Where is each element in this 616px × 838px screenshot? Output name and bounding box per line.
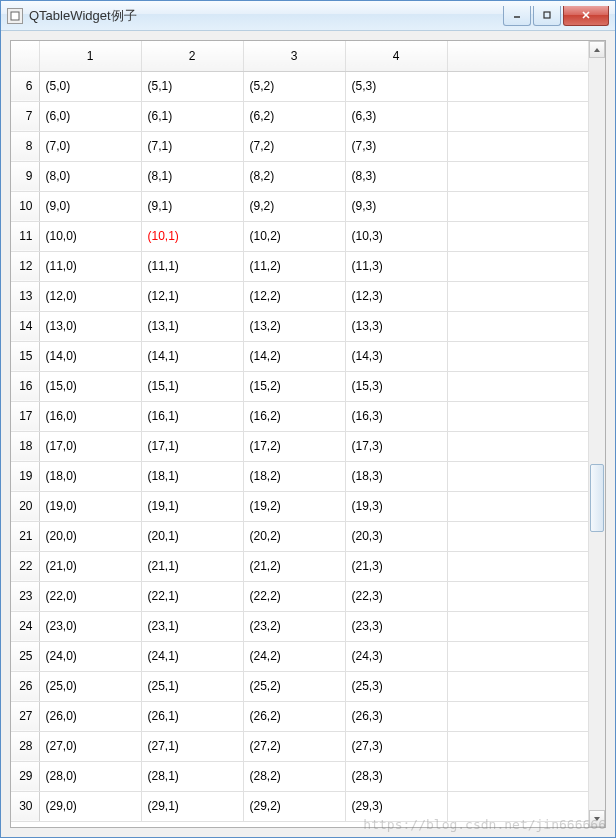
table-cell[interactable]: (19,3) <box>345 491 447 521</box>
table-cell[interactable]: (20,0) <box>39 521 141 551</box>
table-cell[interactable]: (21,3) <box>345 551 447 581</box>
table-cell[interactable]: (28,0) <box>39 761 141 791</box>
table-cell[interactable]: (20,1) <box>141 521 243 551</box>
table-cell[interactable]: (16,0) <box>39 401 141 431</box>
table-cell[interactable]: (23,0) <box>39 611 141 641</box>
table-cell[interactable]: (28,2) <box>243 761 345 791</box>
scroll-down-button[interactable] <box>589 810 605 827</box>
table-cell[interactable]: (6,3) <box>345 101 447 131</box>
table-cell[interactable]: (8,0) <box>39 161 141 191</box>
table-cell[interactable]: (25,0) <box>39 671 141 701</box>
table-cell[interactable]: (17,2) <box>243 431 345 461</box>
table-cell[interactable]: (25,2) <box>243 671 345 701</box>
table-cell[interactable]: (12,1) <box>141 281 243 311</box>
table-cell[interactable]: (13,1) <box>141 311 243 341</box>
table-cell[interactable]: (9,2) <box>243 191 345 221</box>
vertical-scrollbar[interactable] <box>588 41 605 827</box>
table-cell[interactable]: (7,1) <box>141 131 243 161</box>
scroll-thumb[interactable] <box>590 464 604 532</box>
table-cell[interactable]: (10,2) <box>243 221 345 251</box>
row-header[interactable]: 18 <box>11 431 39 461</box>
table-cell[interactable]: (19,0) <box>39 491 141 521</box>
table-cell[interactable]: (21,1) <box>141 551 243 581</box>
table-cell[interactable]: (10,3) <box>345 221 447 251</box>
table-cell[interactable]: (15,1) <box>141 371 243 401</box>
table-cell[interactable]: (15,2) <box>243 371 345 401</box>
table-cell[interactable]: (18,2) <box>243 461 345 491</box>
row-header[interactable]: 25 <box>11 641 39 671</box>
row-header[interactable]: 21 <box>11 521 39 551</box>
table-cell[interactable]: (24,0) <box>39 641 141 671</box>
table-cell[interactable]: (21,0) <box>39 551 141 581</box>
table-cell[interactable]: (23,1) <box>141 611 243 641</box>
row-header[interactable]: 9 <box>11 161 39 191</box>
table-cell[interactable]: (22,3) <box>345 581 447 611</box>
table-cell[interactable]: (9,3) <box>345 191 447 221</box>
table-cell[interactable]: (16,2) <box>243 401 345 431</box>
table-cell[interactable]: (28,1) <box>141 761 243 791</box>
table-cell[interactable]: (9,0) <box>39 191 141 221</box>
row-header[interactable]: 27 <box>11 701 39 731</box>
table-cell[interactable]: (11,3) <box>345 251 447 281</box>
table-cell[interactable]: (25,3) <box>345 671 447 701</box>
table-cell[interactable]: (24,1) <box>141 641 243 671</box>
minimize-button[interactable] <box>503 6 531 26</box>
titlebar[interactable]: QTableWidget例子 <box>1 1 615 31</box>
table-cell[interactable]: (24,2) <box>243 641 345 671</box>
table-cell[interactable]: (17,1) <box>141 431 243 461</box>
row-header[interactable]: 20 <box>11 491 39 521</box>
row-header[interactable]: 26 <box>11 671 39 701</box>
row-header[interactable]: 16 <box>11 371 39 401</box>
table-cell[interactable]: (27,1) <box>141 731 243 761</box>
table-cell[interactable]: (22,2) <box>243 581 345 611</box>
table-cell[interactable]: (20,3) <box>345 521 447 551</box>
table-cell[interactable]: (16,3) <box>345 401 447 431</box>
table-cell[interactable]: (8,2) <box>243 161 345 191</box>
table-cell[interactable]: (25,1) <box>141 671 243 701</box>
table-viewport[interactable]: 1 2 3 4 6(5,0)(5,1)(5,2)(5,3)7(6,0)(6,1)… <box>11 41 588 827</box>
table-cell[interactable]: (27,3) <box>345 731 447 761</box>
table-cell[interactable]: (10,1) <box>141 221 243 251</box>
table-cell[interactable]: (11,1) <box>141 251 243 281</box>
table-cell[interactable]: (5,3) <box>345 71 447 101</box>
table-cell[interactable]: (29,1) <box>141 791 243 821</box>
row-header[interactable]: 17 <box>11 401 39 431</box>
row-header[interactable]: 13 <box>11 281 39 311</box>
column-header[interactable]: 1 <box>39 41 141 71</box>
table-cell[interactable]: (26,2) <box>243 701 345 731</box>
table-cell[interactable]: (18,0) <box>39 461 141 491</box>
row-header[interactable]: 11 <box>11 221 39 251</box>
table-cell[interactable]: (11,0) <box>39 251 141 281</box>
table-cell[interactable]: (13,0) <box>39 311 141 341</box>
table-cell[interactable]: (19,2) <box>243 491 345 521</box>
table-cell[interactable]: (27,2) <box>243 731 345 761</box>
table-cell[interactable]: (5,2) <box>243 71 345 101</box>
row-header[interactable]: 14 <box>11 311 39 341</box>
table-cell[interactable]: (15,0) <box>39 371 141 401</box>
table-cell[interactable]: (14,1) <box>141 341 243 371</box>
corner-header[interactable] <box>11 41 39 71</box>
table-cell[interactable]: (5,1) <box>141 71 243 101</box>
table-cell[interactable]: (29,0) <box>39 791 141 821</box>
row-header[interactable]: 28 <box>11 731 39 761</box>
table-cell[interactable]: (14,0) <box>39 341 141 371</box>
table-cell[interactable]: (15,3) <box>345 371 447 401</box>
table-cell[interactable]: (11,2) <box>243 251 345 281</box>
table-cell[interactable]: (29,2) <box>243 791 345 821</box>
table-cell[interactable]: (20,2) <box>243 521 345 551</box>
table-cell[interactable]: (8,1) <box>141 161 243 191</box>
table-cell[interactable]: (12,2) <box>243 281 345 311</box>
table-cell[interactable]: (12,3) <box>345 281 447 311</box>
table-cell[interactable]: (5,0) <box>39 71 141 101</box>
table-cell[interactable]: (29,3) <box>345 791 447 821</box>
table-cell[interactable]: (6,2) <box>243 101 345 131</box>
table-cell[interactable]: (14,2) <box>243 341 345 371</box>
table-cell[interactable]: (8,3) <box>345 161 447 191</box>
close-button[interactable] <box>563 6 609 26</box>
table-cell[interactable]: (26,3) <box>345 701 447 731</box>
table-cell[interactable]: (18,3) <box>345 461 447 491</box>
table-cell[interactable]: (27,0) <box>39 731 141 761</box>
table-cell[interactable]: (26,1) <box>141 701 243 731</box>
table-cell[interactable]: (6,1) <box>141 101 243 131</box>
table-cell[interactable]: (17,0) <box>39 431 141 461</box>
